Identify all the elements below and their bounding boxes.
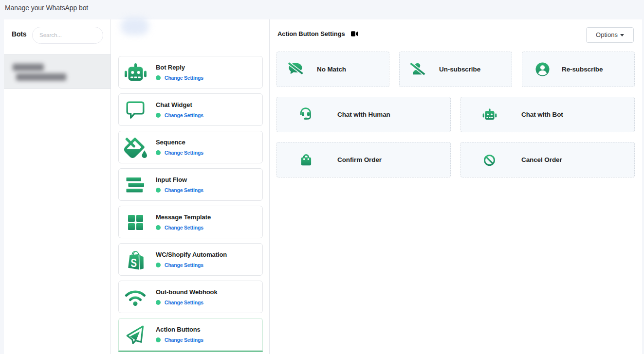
- svg-text:S: S: [131, 256, 137, 269]
